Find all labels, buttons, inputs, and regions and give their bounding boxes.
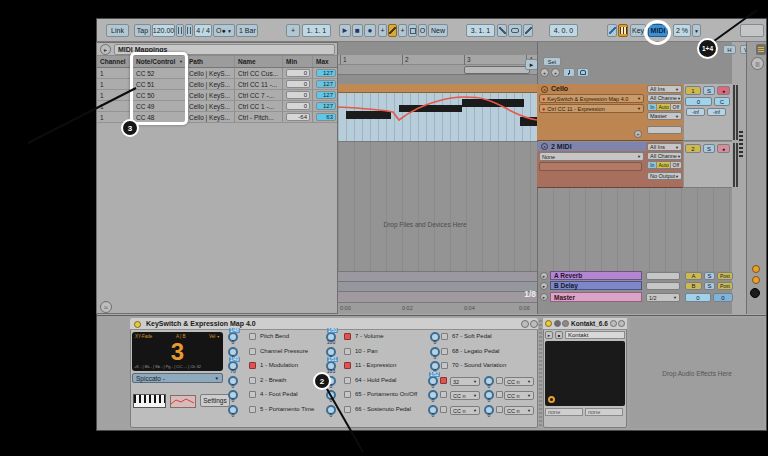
overdub-button[interactable]: + — [378, 24, 387, 37]
enable-checkbox[interactable] — [344, 348, 351, 355]
hotswap-icon[interactable] — [554, 320, 561, 327]
stop-clip-orange-icon[interactable] — [752, 276, 760, 284]
enable-checkbox[interactable] — [441, 333, 448, 340]
zoom-plus-icon[interactable]: + — [540, 68, 549, 77]
marquee-mode-button[interactable] — [408, 24, 417, 37]
volume-field[interactable]: 0 — [685, 97, 712, 106]
cc-number-selector[interactable]: 32▼ — [450, 377, 480, 386]
max-value[interactable]: 127 — [316, 91, 336, 99]
device-on-led[interactable] — [134, 321, 141, 328]
cc-number-selector[interactable]: CC n▼ — [504, 406, 534, 415]
stop-clip-orange-icon[interactable] — [752, 265, 760, 273]
enable-checkbox[interactable] — [496, 406, 503, 413]
hotswap-icon[interactable] — [521, 320, 529, 328]
automation-mode-button[interactable] — [563, 68, 575, 77]
track-delay-box[interactable] — [647, 126, 682, 134]
enable-checkbox[interactable] — [344, 333, 351, 340]
empty-lane-area[interactable] — [537, 188, 732, 271]
unfold-track-icon[interactable]: ● — [541, 143, 548, 150]
new-button[interactable]: New — [428, 24, 448, 37]
beat-time-ruler[interactable]: 1234 — [338, 55, 537, 65]
mapping-min[interactable]: 0 — [283, 68, 313, 78]
cpu-meter[interactable]: 2 % — [673, 24, 691, 37]
pan-field[interactable]: C — [714, 97, 730, 106]
min-value[interactable]: 0 — [286, 102, 310, 110]
follow-button[interactable]: + — [286, 24, 300, 37]
monitor-auto[interactable]: Auto — [657, 104, 670, 110]
loop-button[interactable] — [508, 24, 522, 37]
play-button[interactable]: ► — [339, 24, 351, 37]
col-max[interactable]: Max — [313, 56, 337, 67]
midi2-track-header[interactable]: ● 2 MIDI None▼ — [537, 142, 646, 188]
close-icon[interactable] — [618, 320, 625, 327]
master-pan-field[interactable]: 0 — [713, 293, 733, 302]
punch-in-button[interactable] — [497, 24, 507, 37]
time-signature-field[interactable]: 4 / 4 — [194, 24, 212, 37]
wrench-icon[interactable] — [562, 320, 569, 327]
return-b-lane[interactable] — [338, 281, 537, 291]
save-preset-button[interactable]: ■ — [555, 331, 563, 339]
max-value[interactable]: 127 — [316, 69, 336, 77]
monitor-switch[interactable]: InAutoOff — [647, 103, 682, 111]
return-a-post-toggle[interactable]: Post — [717, 272, 733, 280]
midi-note[interactable] — [462, 99, 524, 107]
monitor-off[interactable]: Off — [671, 162, 681, 168]
plug-icon[interactable] — [610, 320, 617, 327]
optimize-height-button[interactable]: H — [723, 45, 736, 54]
enable-checkbox[interactable] — [344, 391, 351, 398]
track-name[interactable]: Cello — [551, 85, 568, 92]
fold-plugin-button[interactable]: ► — [545, 331, 553, 339]
max-value[interactable]: 127 — [316, 80, 336, 88]
enable-checkbox[interactable] — [249, 391, 256, 398]
enable-checkbox[interactable] — [440, 406, 447, 413]
midi-note[interactable] — [346, 111, 391, 119]
monitor-off[interactable]: Off — [671, 104, 681, 110]
midi-note[interactable] — [399, 105, 462, 112]
computer-midi-keyboard-button[interactable] — [618, 24, 628, 37]
input-device-selector[interactable]: ●KeySwitch & Expression Map 4.0▼ — [539, 94, 644, 103]
enable-checkbox[interactable] — [249, 333, 256, 340]
col-path[interactable]: Path — [186, 56, 235, 67]
min-value[interactable]: 0 — [286, 80, 310, 88]
mapping-max[interactable]: 127 — [313, 68, 337, 78]
enable-checkbox[interactable] — [249, 348, 256, 355]
return-a-name[interactable]: A Reverb — [550, 271, 642, 280]
stop-clip-black-icon[interactable] — [750, 288, 760, 298]
midi-channel-selector[interactable]: All Channe▼ — [647, 94, 682, 102]
song-position-display[interactable]: 3. 1. 1 — [466, 24, 495, 37]
return-a-solo[interactable]: S — [704, 272, 715, 280]
master-output-selector[interactable]: 1/2▼ — [646, 293, 680, 302]
arrangement-set-button[interactable]: Set — [543, 57, 561, 66]
velocity-curve-widget[interactable] — [170, 395, 196, 408]
mapping-min[interactable]: 0 — [283, 90, 313, 100]
enable-checkbox[interactable] — [441, 348, 448, 355]
min-value[interactable]: 0 — [286, 91, 310, 99]
monitor-in[interactable]: In — [648, 162, 657, 168]
enable-checkbox[interactable] — [496, 391, 503, 398]
device-on-led[interactable] — [545, 320, 552, 327]
articulation-selector[interactable]: Spiccato -▼ — [132, 373, 223, 383]
track-name[interactable]: 2 MIDI — [551, 143, 572, 150]
enable-checkbox[interactable] — [249, 362, 256, 369]
mode-toggle-button[interactable]: O — [418, 24, 427, 37]
automation-draw-button[interactable] — [607, 24, 617, 37]
drag-dots-handle[interactable] — [739, 131, 743, 159]
mappings-fold-icon[interactable]: ► — [100, 44, 111, 55]
return-a-fold-icon[interactable]: ► — [540, 272, 548, 280]
mapping-min[interactable]: 0 — [283, 79, 313, 89]
record-button[interactable]: ● — [364, 24, 376, 37]
return-b-post-toggle[interactable]: Post — [717, 282, 733, 290]
cello-clip-titlebar[interactable] — [338, 84, 537, 93]
mixer-fold-icon[interactable]: ||| — [751, 57, 764, 70]
midi-from-selector[interactable]: All Ins▼ — [647, 85, 682, 93]
program-field[interactable]: none — [585, 408, 623, 416]
mapping-max[interactable]: 127 — [313, 79, 337, 89]
mapping-min[interactable]: 0 — [283, 101, 313, 111]
enable-checkbox[interactable] — [440, 391, 447, 398]
solo-button[interactable]: S — [703, 144, 715, 153]
device-divider-handle[interactable] — [539, 320, 542, 426]
back-to-arrangement-button[interactable]: + — [398, 24, 407, 37]
loop-length-display[interactable]: 4. 0. 0 — [549, 24, 578, 37]
link-button[interactable]: Link — [106, 24, 129, 37]
min-value[interactable]: -64 — [286, 113, 310, 121]
